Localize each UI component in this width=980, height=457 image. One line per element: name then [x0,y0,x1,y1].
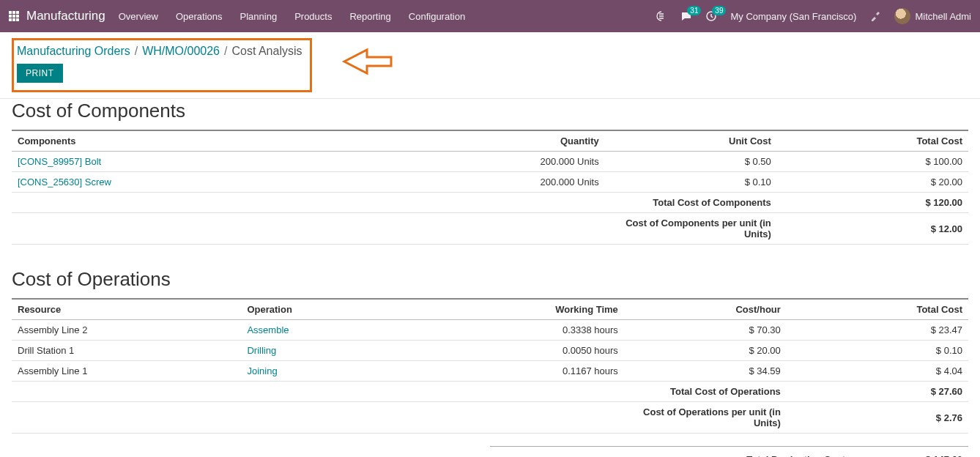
col-cost-hour: Cost/hour [624,299,787,320]
summary-label: Total Production Cost [662,454,845,457]
cell-resource: Assembly Line 2 [12,320,241,341]
company-switcher[interactable]: My Company (San Francisco) [730,11,856,22]
table-row: [CONS_89957] Bolt 200.000 Units $ 0.50 $… [12,152,968,172]
breadcrumb-mo-number[interactable]: WH/MO/00026 [142,45,220,58]
component-link[interactable]: [CONS_25630] Screw [12,172,394,193]
clock-icon[interactable]: 39 [705,10,717,22]
tools-icon[interactable] [869,10,881,22]
cell-time: 0.1167 hours [433,361,624,382]
footer-value: $ 2.76 [787,402,968,434]
barcode-icon[interactable] [656,10,667,22]
footer-label: Total Cost of Operations [624,382,787,402]
footer-value: $ 120.00 [777,193,968,213]
breadcrumb-manufacturing-orders[interactable]: Manufacturing Orders [17,45,130,58]
cell-total: $ 0.10 [787,341,968,361]
apps-icon[interactable] [9,11,19,21]
cell-total: $ 23.47 [787,320,968,341]
footer-value: $ 12.00 [777,213,968,245]
breadcrumb: Manufacturing Orders / WH/MO/00026 / Cos… [17,43,302,58]
footer-label: Cost of Operations per unit (in Units) [624,402,787,434]
col-working-time: Working Time [433,299,624,320]
cell-total: $ 100.00 [777,152,968,172]
component-link[interactable]: [CONS_89957] Bolt [12,152,394,172]
report-content[interactable]: Cost of Components Components Quantity U… [0,85,980,457]
col-unit-cost: Unit Cost [605,130,777,152]
cell-resource: Assembly Line 1 [12,361,241,382]
breadcrumb-sep: / [224,45,227,58]
cell-rate: $ 20.00 [624,341,787,361]
table-row: Assembly Line 2 Assemble 0.3338 hours $ … [12,320,968,341]
cell-time: 0.3338 hours [433,320,624,341]
cell-qty: 200.000 Units [394,172,604,193]
table-row: Drill Station 1 Drilling 0.0050 hours $ … [12,341,968,361]
cell-total: $ 20.00 [777,172,968,193]
avatar [894,8,910,24]
cell-total: $ 4.04 [787,361,968,382]
summary-value: $ 147.60 [904,454,962,457]
summary-block: Total Production Cost $ 147.60 Total Cos… [490,446,968,457]
col-total-cost: Total Cost [777,130,968,152]
annotation-arrow-icon [341,47,393,78]
chat-icon[interactable]: 31 [680,10,692,22]
operation-link[interactable]: Drilling [241,341,432,361]
operation-link[interactable]: Assemble [241,320,432,341]
topbar: Manufacturing Overview Operations Planni… [0,0,980,32]
footer-row: Cost of Components per unit (in Units) $… [12,213,968,245]
col-quantity: Quantity [394,130,604,152]
cost-operations-title: Cost of Operations [12,268,968,291]
footer-label: Cost of Components per unit (in Units) [605,213,777,245]
cell-rate: $ 34.59 [624,361,787,382]
cell-resource: Drill Station 1 [12,341,241,361]
footer-row: Total Cost of Components $ 120.00 [12,193,968,213]
footer-row: Cost of Operations per unit (in Units) $… [12,402,968,434]
footer-value: $ 27.60 [787,382,968,402]
user-menu[interactable]: Mitchell Admi [894,8,971,24]
menu-overview[interactable]: Overview [119,11,158,22]
chat-badge: 31 [687,6,701,15]
table-row: Assembly Line 1 Joining 0.1167 hours $ 3… [12,361,968,382]
cell-unit: $ 0.10 [605,172,777,193]
col-total-cost: Total Cost [787,299,968,320]
col-resource: Resource [12,299,241,320]
cell-qty: 200.000 Units [394,152,604,172]
components-table: Components Quantity Unit Cost Total Cost… [12,130,968,245]
footer-row: Total Cost of Operations $ 27.60 [12,382,968,402]
breadcrumb-current: Cost Analysis [231,45,302,58]
summary-row: Total Production Cost $ 147.60 [490,451,968,457]
menu-configuration[interactable]: Configuration [409,11,465,22]
print-button[interactable]: PRINT [17,64,63,83]
footer-label: Total Cost of Components [605,193,777,213]
cost-components-title: Cost of Components [12,100,968,122]
cell-rate: $ 70.30 [624,320,787,341]
menu-reporting[interactable]: Reporting [349,11,390,22]
cell-time: 0.0050 hours [433,341,624,361]
topbar-right: 31 39 My Company (San Francisco) Mitchel… [656,8,971,24]
breadcrumb-sep: / [135,45,138,58]
cell-unit: $ 0.50 [605,152,777,172]
menu-products[interactable]: Products [294,11,332,22]
col-operation: Operation [241,299,432,320]
user-name: Mitchell Admi [915,11,971,22]
clock-badge: 39 [712,6,726,15]
table-row: [CONS_25630] Screw 200.000 Units $ 0.10 … [12,172,968,193]
operation-link[interactable]: Joining [241,361,432,382]
operations-table: Resource Operation Working Time Cost/hou… [12,298,968,434]
menu-operations[interactable]: Operations [176,11,223,22]
main-menu: Overview Operations Planning Products Re… [119,11,465,22]
app-name[interactable]: Manufacturing [26,9,105,23]
col-components: Components [12,130,394,152]
menu-planning[interactable]: Planning [240,11,278,22]
annotation-highlight: Manufacturing Orders / WH/MO/00026 / Cos… [12,38,312,92]
